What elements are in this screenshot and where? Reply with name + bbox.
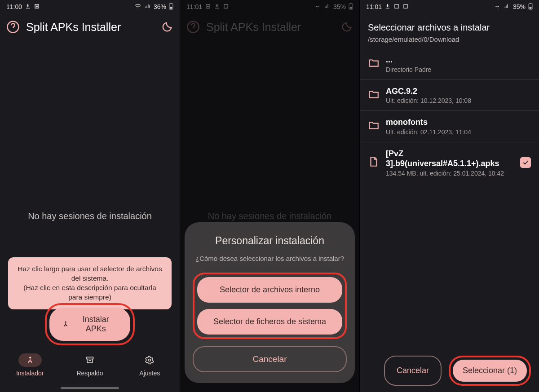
tooltip-line-2: (Haz clic en esta descripción para ocult…	[23, 284, 156, 301]
wifi-icon	[494, 3, 501, 11]
svg-rect-12	[530, 3, 531, 4]
status-time: 11:00	[6, 3, 22, 10]
tooltip-line-1: Haz clic largo para usar el selector de …	[18, 265, 162, 282]
dialog-title: Personalizar instalación	[193, 235, 347, 247]
file-picker-select-button[interactable]: Seleccionar (1)	[453, 360, 527, 382]
file-meta: Ult. edición: 02.11.2023, 11:04	[386, 128, 531, 136]
bottom-nav: Instalador Respaldo Ajustes	[0, 349, 180, 392]
status-bar: 11:01 35%	[360, 0, 539, 13]
svg-rect-4	[86, 357, 93, 359]
image-icon	[393, 3, 400, 11]
gesture-bar	[61, 387, 119, 389]
status-bar: 11:00 36%	[0, 0, 180, 13]
wifi-icon	[134, 3, 141, 11]
battery-icon	[528, 3, 533, 11]
file-picker-cancel-button[interactable]: Cancelar	[384, 356, 442, 386]
download-icon	[25, 3, 31, 11]
app-title: Split APKs Installer	[26, 21, 155, 34]
nav-settings-label: Ajustes	[139, 370, 160, 377]
nav-backup-label: Respaldo	[76, 370, 103, 377]
install-apks-button[interactable]: Instalar APKs	[49, 308, 130, 341]
moon-icon[interactable]	[161, 21, 173, 33]
system-file-picker-button[interactable]: Selector de ficheros de sistema	[197, 309, 342, 335]
battery-text: 35%	[513, 3, 526, 10]
file-name: monofonts	[386, 117, 531, 128]
file-picker-header: Seleccionar archivos a instalar /storage…	[360, 13, 539, 48]
file-meta: Ult. edición: 10.12.2023, 10:08	[386, 97, 531, 104]
battery-icon	[169, 3, 173, 11]
image-icon	[34, 3, 40, 11]
list-item[interactable]: monofonts Ult. edición: 02.11.2023, 11:0…	[360, 110, 539, 142]
svg-rect-2	[170, 3, 172, 4]
svg-rect-11	[530, 7, 532, 9]
file-list[interactable]: ... Directorio Padre AGC.9.2 Ult. edició…	[360, 48, 539, 392]
hint-tooltip[interactable]: Haz clic largo para usar el selector de …	[8, 257, 172, 309]
signal-icon	[144, 3, 151, 10]
file-meta: Directorio Padre	[386, 66, 531, 73]
archive-icon	[85, 356, 94, 365]
nav-backup[interactable]: Respaldo	[60, 353, 119, 392]
image-icon	[402, 3, 409, 11]
install-button-label: Instalar APKs	[74, 315, 118, 334]
dialog-subtitle: ¿Cómo desea seleccionar los archivos a i…	[193, 254, 347, 263]
select-highlight: Seleccionar (1)	[449, 356, 531, 386]
list-item-selected[interactable]: [PvZ 3].b9(universal#A5.1.1+).apks 134.5…	[360, 142, 539, 183]
file-picker-actions: Cancelar Seleccionar (1)	[360, 356, 539, 386]
merge-icon	[26, 356, 35, 365]
folder-icon	[368, 57, 380, 70]
app-header: Split APKs Installer	[0, 13, 180, 40]
nav-installer[interactable]: Instalador	[0, 353, 60, 392]
merge-icon	[62, 320, 69, 328]
signal-icon	[504, 3, 510, 10]
file-picker-path: /storage/emulated/0/Download	[368, 35, 531, 43]
folder-icon	[368, 119, 380, 133]
list-item-parent[interactable]: ... Directorio Padre	[360, 48, 539, 79]
file-name: [PvZ 3].b9(universal#A5.1.1+).apks	[386, 149, 514, 169]
file-meta: 134.54 MB, ult. edición: 25.01.2024, 10:…	[386, 170, 514, 177]
battery-text: 36%	[154, 3, 166, 10]
svg-rect-1	[170, 7, 172, 9]
internal-file-picker-button[interactable]: Selector de archivos interno	[197, 277, 342, 303]
customize-install-dialog: Personalizar instalación ¿Cómo desea sel…	[185, 222, 355, 383]
help-icon[interactable]	[6, 20, 20, 34]
svg-point-5	[149, 359, 151, 361]
install-highlight: Instalar APKs	[45, 303, 135, 345]
gear-icon	[145, 356, 154, 365]
screen-file-browser: 11:01 35% Seleccionar archivos a instala…	[359, 0, 539, 392]
list-item[interactable]: AGC.9.2 Ult. edición: 10.12.2023, 10:08	[360, 79, 539, 111]
screen-installer-home: 11:00 36% Split APKs Installer No hay se…	[0, 0, 180, 392]
screen-picker-dialog: 11:01 35% Split APKs Installer No hay se…	[180, 0, 359, 392]
checkbox-checked-icon[interactable]	[520, 157, 531, 168]
nav-installer-label: Instalador	[16, 370, 44, 377]
nav-settings[interactable]: Ajustes	[120, 353, 180, 392]
dialog-options-highlight: Selector de archivos interno Selector de…	[193, 273, 347, 339]
status-time: 11:01	[366, 3, 382, 10]
file-picker-title: Seleccionar archivos a instalar	[368, 22, 531, 33]
file-icon	[368, 156, 380, 169]
folder-icon	[368, 88, 380, 102]
file-name: ...	[386, 55, 531, 65]
file-name: AGC.9.2	[386, 86, 531, 97]
download-icon	[384, 3, 391, 11]
dialog-cancel-button[interactable]: Cancelar	[193, 346, 347, 372]
